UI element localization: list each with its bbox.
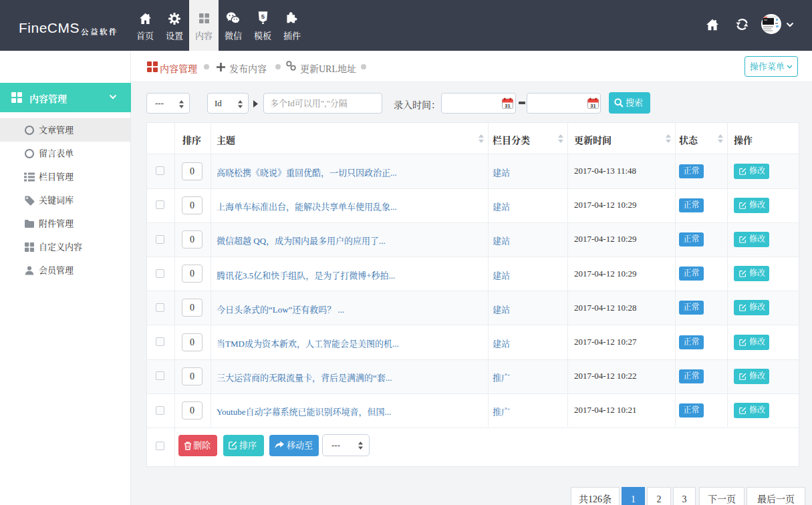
svg-text:31: 31 <box>590 103 595 109</box>
svg-text:5: 5 <box>261 13 264 20</box>
svg-text:31: 31 <box>505 103 510 109</box>
